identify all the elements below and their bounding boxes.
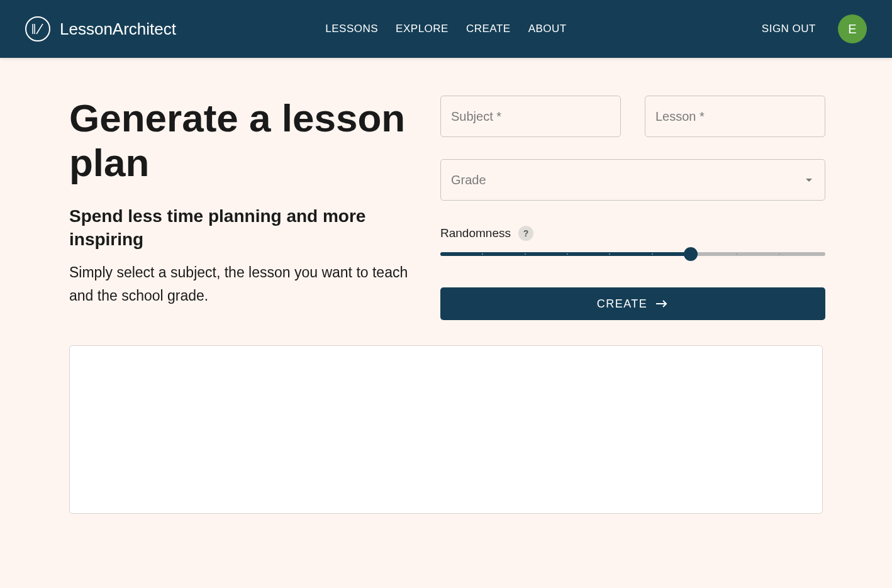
brand-logo[interactable]: LessonArchitect (25, 16, 176, 42)
slider-tick (609, 253, 610, 255)
grade-select[interactable]: Grade (440, 159, 825, 201)
slider-thumb[interactable] (684, 247, 698, 261)
create-button[interactable]: CREATE (440, 287, 825, 320)
output-box (69, 345, 823, 514)
nav-about[interactable]: ABOUT (528, 23, 567, 35)
nav-explore[interactable]: EXPLORE (396, 23, 449, 35)
user-avatar[interactable]: E (838, 14, 867, 43)
nav-create[interactable]: CREATE (466, 23, 511, 35)
main-header: LessonArchitect LESSONS EXPLORE CREATE A… (0, 0, 892, 58)
subject-input[interactable] (440, 96, 621, 137)
slider-tick (482, 253, 483, 255)
main-content: Generate a lesson plan Spend less time p… (0, 58, 892, 345)
page-subtitle: Spend less time planning and more inspir… (69, 204, 409, 252)
slider-tick (567, 253, 568, 255)
slider-fill (440, 252, 691, 256)
input-row (440, 96, 825, 137)
logo-icon (25, 16, 50, 42)
slider-tick (525, 253, 526, 255)
page-title: Generate a lesson plan (69, 96, 409, 186)
randomness-slider[interactable] (440, 252, 825, 256)
slider-tick (736, 253, 737, 255)
slider-tick (652, 253, 653, 255)
lesson-input[interactable] (645, 96, 825, 137)
grade-select-label: Grade (451, 173, 486, 187)
main-nav: LESSONS EXPLORE CREATE ABOUT (325, 23, 566, 35)
header-right: SIGN OUT E (762, 14, 867, 43)
help-icon[interactable]: ? (518, 226, 533, 241)
slider-tick (779, 253, 780, 255)
output-section (0, 345, 892, 539)
randomness-section: Randomness ? (440, 226, 825, 256)
sign-out-link[interactable]: SIGN OUT (762, 23, 816, 35)
slider-label-row: Randomness ? (440, 226, 825, 241)
randomness-label: Randomness (440, 226, 511, 240)
create-button-label: CREATE (597, 297, 648, 311)
form-column: Grade Randomness ? (440, 96, 825, 320)
brand-name: LessonArchitect (60, 19, 176, 39)
nav-lessons[interactable]: LESSONS (325, 23, 378, 35)
arrow-right-icon (655, 299, 669, 309)
grade-select-container: Grade (440, 159, 825, 201)
intro-column: Generate a lesson plan Spend less time p… (69, 96, 409, 320)
page-description: Simply select a subject, the lesson you … (69, 261, 409, 308)
